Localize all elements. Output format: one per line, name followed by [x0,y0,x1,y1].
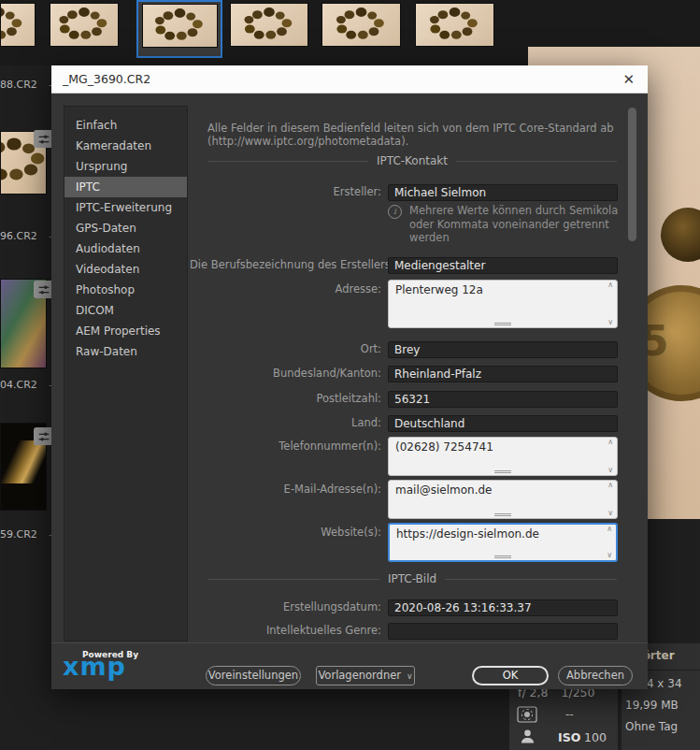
city-label: Ort: [190,342,381,355]
scroll-down-icon[interactable]: ∨ [607,509,613,517]
phone-label: Telefonnummer(n): [190,440,381,453]
creation-date-label: Erstellungsdatum: [190,600,381,613]
metering-value: -- [565,708,574,721]
file-size: 19,99 MB [621,692,700,714]
scroll-up-icon[interactable]: ∧ [607,481,613,489]
resize-grip[interactable] [494,323,511,324]
state-input[interactable] [388,366,618,382]
postal-code-input[interactable] [388,391,618,408]
file-label: 88.CR2 [0,79,37,91]
file-label: 04.CR2 [0,379,37,391]
scroll-up-icon[interactable]: ∧ [607,438,613,446]
website-label: Website(s): [190,526,381,539]
thumbnail[interactable] [230,3,308,47]
section-iptc-kontakt: IPTC-Kontakt [207,154,617,167]
iso-label: ISO [558,730,580,744]
dialog-footer: Powered By xmp Voreinstellungen Vorlagen… [51,642,648,689]
chevron-down-icon: ∨ [407,671,413,681]
dialog-titlebar: _MG_3690.CR2 ✕ [51,65,648,94]
scroll-down-icon[interactable]: ∨ [607,318,613,326]
scroll-up-icon[interactable]: ∧ [607,281,613,289]
email-box: ∧ ∨ [388,480,618,519]
thumbnail[interactable] [50,3,119,47]
metering-icon [517,706,537,723]
scroll-down-icon[interactable]: ∨ [607,551,612,559]
file-label: 96.CR2 [0,230,37,242]
cancel-button[interactable]: Abbrechen [558,666,633,685]
resize-grip[interactable] [494,555,511,556]
dialog-scrollbar-thumb[interactable] [628,108,636,241]
email-label: E-Mail-Adresse(n): [190,483,381,496]
creator-hint: i Mehrere Werte können durch Semikola od… [388,204,638,245]
info-icon: i [388,205,402,219]
template-folder-dropdown[interactable]: Vorlagenordner∨ [316,666,415,685]
website-box-focused: ∧ ∨ [388,523,618,562]
file-label: 59.CR2 [0,528,37,541]
address-textarea[interactable] [389,281,617,327]
state-label: Bundesland/Kanton: [190,367,381,380]
postal-code-label: Postleitzahl: [190,392,381,405]
genre-label: Intellektuelles Genre: [190,624,381,637]
email-textarea[interactable] [389,481,617,518]
file-info-dialog: _MG_3690.CR2 ✕ Einfach Kameradaten Urspr… [51,65,648,689]
creation-date-input[interactable] [388,599,618,616]
label-status: Ohne Tag [621,714,700,735]
country-label: Land: [190,416,381,429]
close-icon[interactable]: ✕ [621,71,636,88]
coin-small [661,208,700,262]
xmp-logo: xmp [63,655,126,679]
country-input[interactable] [388,415,618,432]
exposure-placard: f/ 2,81/250 -- ISO 100 [509,689,618,750]
iptc-form: Alle Felder in diesem Bedienfeld leiten … [51,94,648,642]
dialog-title: _MG_3690.CR2 [63,72,621,86]
genre-input[interactable] [388,623,618,640]
scroll-up-icon[interactable]: ∧ [607,525,612,533]
creator-label: Ersteller: [190,185,381,198]
address-label: Adresse: [190,282,381,296]
resize-grip[interactable] [494,470,511,471]
job-title-label: Die Berufsbezeichnung des Erstellers: [190,258,381,271]
phone-textarea[interactable] [389,438,617,475]
panel-description: Alle Felder in diesem Bedienfeld leiten … [207,122,630,148]
city-input[interactable] [388,341,618,358]
section-iptc-bild: IPTC-Bild [207,572,617,585]
presets-button[interactable]: Voreinstellungen [206,666,301,685]
thumbnail[interactable] [415,3,494,47]
bridge-window: 88.CR2 – 96.CR2 – 04.CR2 – 59.CR2 – 5 hw… [0,0,700,750]
person-icon [520,728,536,744]
thumbnail-selected[interactable] [142,4,218,48]
thumbnail[interactable] [321,3,401,47]
job-title-input[interactable] [388,257,618,274]
phone-box: ∧ ∨ [388,437,618,476]
ok-button[interactable]: OK [472,666,549,685]
thumbnail-partial[interactable] [0,3,36,47]
address-box: ∧ ∨ [388,280,618,328]
resize-grip[interactable] [494,513,511,514]
scroll-down-icon[interactable]: ∨ [607,466,613,474]
creator-input[interactable] [388,184,618,201]
iso-value: 100 [584,730,607,744]
